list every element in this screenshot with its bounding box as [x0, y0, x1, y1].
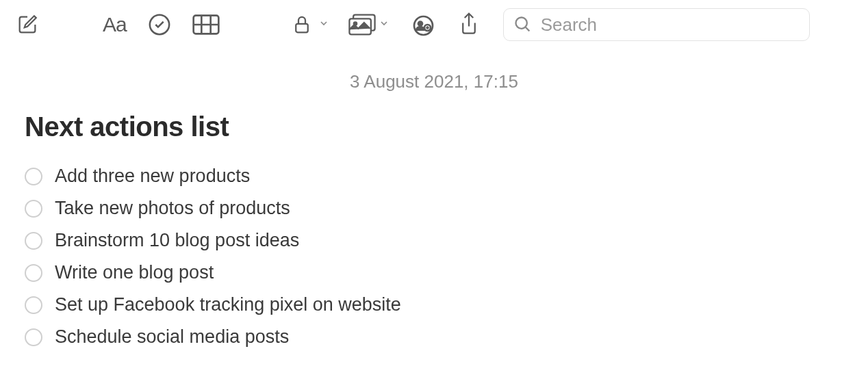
checkbox[interactable] [25, 264, 42, 282]
checklist-text[interactable]: Brainstorm 10 blog post ideas [55, 230, 299, 251]
svg-rect-5 [296, 24, 308, 33]
checkbox[interactable] [25, 200, 42, 218]
svg-point-14 [515, 18, 526, 29]
lock-button[interactable] [288, 11, 329, 38]
share-icon[interactable] [455, 11, 483, 38]
media-icon [348, 11, 376, 38]
svg-point-10 [418, 22, 422, 26]
checklist-item: Take new photos of products [25, 198, 843, 219]
checklist-icon[interactable] [146, 11, 173, 38]
svg-point-8 [354, 22, 357, 25]
checklist-item: Write one blog post [25, 262, 843, 283]
media-button[interactable] [348, 11, 390, 38]
note-timestamp: 3 August 2021, 17:15 [25, 71, 843, 92]
checklist-item: Set up Facebook tracking pixel on websit… [25, 294, 843, 315]
search-wrapper [503, 8, 810, 41]
toolbar: Aa [0, 0, 868, 49]
checklist-text[interactable]: Write one blog post [55, 262, 214, 283]
search-input[interactable] [541, 14, 800, 36]
checklist: Add three new products Take new photos o… [25, 166, 843, 348]
note-title[interactable]: Next actions list [25, 112, 843, 142]
checklist-item: Add three new products [25, 166, 843, 187]
chevron-down-icon [318, 18, 329, 31]
checkbox[interactable] [25, 328, 42, 346]
checklist-text[interactable]: Set up Facebook tracking pixel on websit… [55, 294, 401, 315]
checklist-text[interactable]: Schedule social media posts [55, 326, 289, 348]
checkbox[interactable] [25, 296, 42, 314]
format-button[interactable]: Aa [103, 13, 127, 36]
checklist-text[interactable]: Take new photos of products [55, 198, 290, 219]
collaborate-icon[interactable] [409, 11, 436, 38]
search-field[interactable] [503, 8, 810, 41]
search-icon [513, 15, 533, 34]
svg-line-15 [525, 27, 529, 31]
checklist-text[interactable]: Add three new products [55, 166, 250, 187]
lock-icon [288, 11, 316, 38]
checklist-item: Schedule social media posts [25, 326, 843, 348]
table-icon[interactable] [192, 11, 220, 38]
checkbox[interactable] [25, 232, 42, 250]
compose-icon[interactable] [14, 11, 41, 38]
chevron-down-icon [379, 18, 390, 31]
tools-group [288, 11, 483, 38]
format-group: Aa [103, 11, 220, 38]
checkbox[interactable] [25, 168, 42, 185]
checklist-item: Brainstorm 10 blog post ideas [25, 230, 843, 251]
content-area: 3 August 2021, 17:15 Next actions list A… [0, 71, 868, 348]
